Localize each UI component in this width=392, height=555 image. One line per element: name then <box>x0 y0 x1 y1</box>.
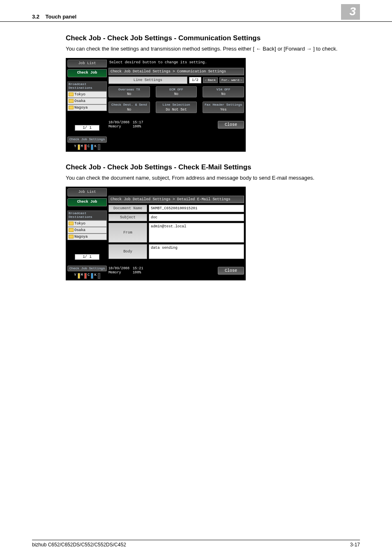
dest-item[interactable]: Nagoya <box>67 104 107 111</box>
dest-item[interactable]: Tokyo <box>67 91 107 98</box>
subject-value: doc <box>149 214 244 221</box>
page-header: 3.2 Touch panel 3 <box>0 0 392 22</box>
breadcrumb: Check Job Detailed Settings > Communicat… <box>108 68 244 75</box>
close-button[interactable]: Close <box>218 267 244 275</box>
envelope-icon <box>69 106 74 109</box>
section2-body: You can check the document name, subject… <box>66 174 360 182</box>
forward-button[interactable]: For- ward→ <box>219 77 244 83</box>
envelope-icon <box>69 222 74 225</box>
page-footer: bizhub C652/C652DS/C552/C552DS/C452 3-17 <box>32 540 360 548</box>
dest-item[interactable]: Tokyo <box>67 220 107 227</box>
dest-item[interactable]: Osaka <box>67 98 107 104</box>
page-indicator: 1/2 <box>189 77 201 83</box>
setting-check-dest[interactable]: Check Dest. & SendNo <box>108 102 150 113</box>
document-name-label: Document Name <box>108 205 147 212</box>
dest-item[interactable]: Osaka <box>67 227 107 234</box>
back-button[interactable]: ←Back <box>203 77 218 83</box>
section-label: Touch panel <box>46 14 77 20</box>
from-label: From <box>108 223 147 243</box>
toner-y-icon <box>78 273 80 279</box>
envelope-icon <box>69 228 74 232</box>
timestamp: 10/09/200815:21 Memory100% <box>108 266 143 275</box>
panel1: Job List Check Job Broadcast Destination… <box>66 58 360 152</box>
subject-label: Subject <box>108 214 147 221</box>
toner-k-icon <box>98 273 100 279</box>
broadcast-header: Broadcast Destinations <box>67 81 107 91</box>
footer-model: bizhub C652/C652DS/C552/C552DS/C452 <box>32 542 126 548</box>
setting-overseas-tx[interactable]: Overseas TXNo <box>108 86 150 98</box>
toner-y-icon <box>78 144 80 150</box>
arrow-right-icon: → <box>240 79 242 82</box>
check-job-settings-button[interactable]: Check Job Settings <box>67 266 107 272</box>
from-value: admin@test.local <box>149 223 244 243</box>
setting-ecm-off[interactable]: ECM OFFNo <box>156 86 197 98</box>
setting-line-selection[interactable]: Line SelectionDo Not Set <box>156 102 197 113</box>
setting-fax-header[interactable]: Fax Header SettingsYes <box>203 102 244 113</box>
side-page-indicator: 1/ 1 <box>75 125 99 131</box>
tab-check-job[interactable]: Check Job <box>67 69 107 77</box>
toner-indicators: Y M C K <box>67 273 107 279</box>
envelope-icon <box>69 99 74 103</box>
body-label: Body <box>108 244 147 259</box>
toner-indicators: Y M C K <box>67 144 107 150</box>
dest-item[interactable]: Nagoya <box>67 234 107 240</box>
section2-title: Check Job - Check Job Settings - Check E… <box>66 163 360 171</box>
toner-c-icon <box>91 144 93 150</box>
section1-title: Check Job - Check Job Settings - Communi… <box>66 34 360 42</box>
toner-c-icon <box>91 273 93 279</box>
footer-page: 3-17 <box>350 542 360 548</box>
line-settings-label: Line Settings <box>108 76 187 84</box>
toner-k-icon <box>98 144 100 150</box>
section-number: 3.2 <box>32 14 39 20</box>
chapter-number: 3 <box>341 4 360 20</box>
timestamp: 10/09/200815:17 Memory100% <box>108 120 143 129</box>
arrow-left-icon: ← <box>205 79 207 82</box>
tab-job-list[interactable]: Job List <box>67 60 107 68</box>
body-value: data sending <box>149 244 244 259</box>
section1-body: You can check the line settings and tran… <box>66 45 360 53</box>
panel2: Job List Check Job Broadcast Destination… <box>66 187 360 280</box>
broadcast-header: Broadcast Destinations <box>67 210 107 220</box>
check-job-settings-button[interactable]: Check Job Settings <box>67 136 107 143</box>
document-name-value: SKMBT_C65208100915201 <box>149 205 244 212</box>
envelope-icon <box>69 235 74 238</box>
toner-m-icon <box>84 144 87 150</box>
toner-m-icon <box>84 273 87 279</box>
side-page-indicator: 1/ 1 <box>75 254 99 260</box>
tab-check-job[interactable]: Check Job <box>67 198 107 206</box>
close-button[interactable]: Close <box>218 121 244 129</box>
breadcrumb: Check Job Detailed Settings > Detailed E… <box>108 196 244 203</box>
instruction-text: Select desired button to change its sett… <box>108 60 244 68</box>
setting-v34-off[interactable]: V34 OFFNo <box>203 86 244 98</box>
envelope-icon <box>69 92 74 96</box>
tab-job-list[interactable]: Job List <box>67 188 107 197</box>
